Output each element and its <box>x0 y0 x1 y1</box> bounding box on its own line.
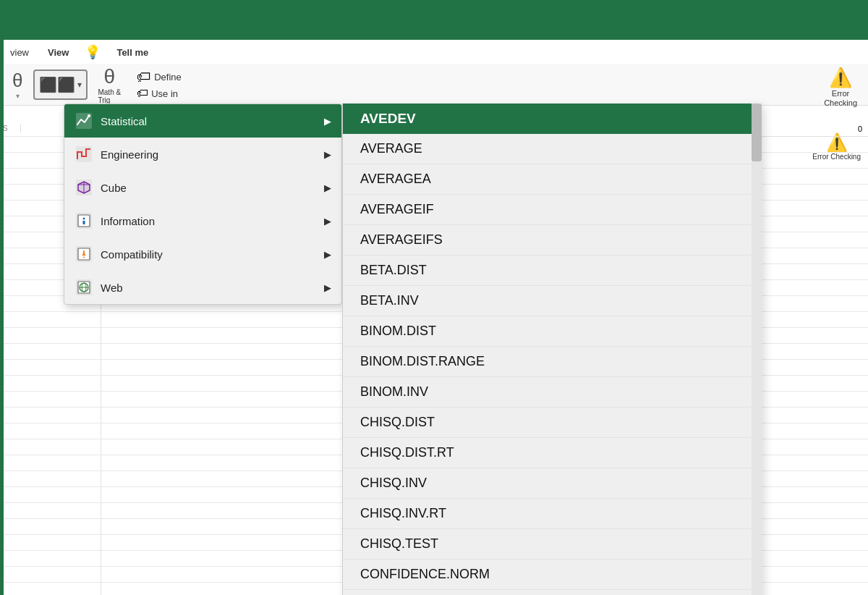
use-in-label: Use in <box>151 88 178 99</box>
function-name-chisqtest: CHISQ.TEST <box>360 536 438 552</box>
statistical-submenu-arrow: ▶ <box>324 116 331 127</box>
information-icon <box>75 211 93 230</box>
function-name-binomdist: BINOM.DIST <box>360 324 436 339</box>
svg-point-15 <box>83 257 85 258</box>
math-trig-button[interactable]: θ Math & Trig <box>93 64 125 106</box>
function-item-chisqdist[interactable]: CHISQ.DIST <box>343 408 762 438</box>
function-library-button[interactable]: ⬛⬛ ▾ <box>33 69 88 100</box>
function-item-average[interactable]: AVERAGE <box>343 134 762 164</box>
function-name-betainv: BETA.INV <box>360 293 419 308</box>
cell-value: 0 <box>858 125 862 133</box>
function-category-menu: Statistical ▶ Engineering ▶ <box>64 104 342 305</box>
dropdown-arrow-icon: ▾ <box>77 80 82 90</box>
function-item-avedev[interactable]: AVEDEV <box>343 104 762 134</box>
menu-item-cube-label: Cube <box>101 182 317 194</box>
cube-icon <box>75 178 93 197</box>
information-submenu-arrow: ▶ <box>324 216 331 227</box>
function-name-confidencenorm: CONFIDENCE.NORM <box>360 567 490 582</box>
cube-submenu-arrow: ▶ <box>324 182 331 193</box>
function-item-chisqinv[interactable]: CHISQ.INV <box>343 468 762 499</box>
statistical-icon <box>75 111 93 130</box>
function-icon: ⬛⬛ <box>39 76 75 93</box>
function-item-chisqdistrt[interactable]: CHISQ.DIST.RT <box>343 438 762 468</box>
menu-item-information-label: Information <box>101 215 317 227</box>
math-trig-icon: θ <box>104 65 116 88</box>
menu-item-statistical-label: Statistical <box>101 115 317 127</box>
function-name-binomdistrange: BINOM.DIST.RANGE <box>360 354 485 369</box>
menu-item-web-label: Web <box>101 282 317 294</box>
menubar: view View 💡 Tell me <box>0 40 868 65</box>
menu-item-web[interactable]: Web ▶ <box>64 271 341 304</box>
function-name-chisqinvrt: CHISQ.INV.RT <box>360 506 446 521</box>
menu-item-compatibility[interactable]: Compatibility ▶ <box>64 237 341 271</box>
menubar-view[interactable]: View <box>45 46 72 59</box>
function-item-binominv[interactable]: BINOM.INV <box>343 377 762 408</box>
engineering-submenu-arrow: ▶ <box>324 149 331 160</box>
menu-item-statistical[interactable]: Statistical ▶ <box>64 104 341 138</box>
define-label: Define <box>154 72 182 83</box>
function-name-chisqdist: CHISQ.DIST <box>360 415 435 430</box>
function-name-avedev: AVEDEV <box>360 111 416 127</box>
svg-rect-14 <box>83 250 85 255</box>
function-name-chisqdistrt: CHISQ.DIST.RT <box>360 445 454 460</box>
function-item-betainv[interactable]: BETA.INV <box>343 286 762 316</box>
function-item-averageifs[interactable]: AVERAGEIFS <box>343 225 762 256</box>
function-item-chisqtest[interactable]: CHISQ.TEST <box>343 529 762 560</box>
function-item-chisqinvrt[interactable]: CHISQ.INV.RT <box>343 499 762 529</box>
function-item-betadist[interactable]: BETA.DIST <box>343 256 762 286</box>
menubar-view-lower[interactable]: view <box>7 46 32 59</box>
function-name-chisqinv: CHISQ.INV <box>360 476 427 491</box>
tag-icon: 🏷 <box>137 69 151 85</box>
autosum-button[interactable]: θ ▾ <box>7 66 27 104</box>
function-name-binominv: BINOM.INV <box>360 384 428 400</box>
menu-item-compatibility-label: Compatibility <box>101 248 317 261</box>
function-name-averagea: AVERAGEA <box>360 172 431 187</box>
error-checking-panel[interactable]: ⚠️ ErrorChecking <box>824 67 857 108</box>
menu-item-engineering-label: Engineering <box>101 148 317 161</box>
web-submenu-arrow: ▶ <box>324 282 331 293</box>
ribbon-toolbar: θ ▾ ⬛⬛ ▾ θ Math & Trig 🏷 Define 🏷 Use in… <box>0 64 868 106</box>
define-button[interactable]: 🏷 Define <box>137 69 182 85</box>
web-icon <box>75 278 93 297</box>
menu-item-cube[interactable]: Cube ▶ <box>64 171 341 204</box>
function-name-average: AVERAGE <box>360 141 422 156</box>
use-in-button[interactable]: 🏷 Use in <box>137 87 182 100</box>
ribbon-top <box>0 0 868 40</box>
submenu-scrollbar[interactable] <box>752 104 762 595</box>
svg-point-9 <box>83 218 85 220</box>
scrollbar-thumb[interactable] <box>752 104 762 161</box>
function-item-averagea[interactable]: AVERAGEA <box>343 164 762 195</box>
lightbulb-icon: 💡 <box>85 44 101 60</box>
function-item-averageif[interactable]: AVERAGEIF <box>343 195 762 225</box>
left-border <box>0 0 4 595</box>
cell-value-display: 0 <box>760 121 868 137</box>
engineering-icon <box>75 145 93 164</box>
error-checking-label-panel: ErrorChecking <box>824 89 857 108</box>
menu-item-engineering[interactable]: Engineering ▶ <box>64 138 341 171</box>
function-name-averageifs: AVERAGEIFS <box>360 232 443 248</box>
error-triangle-icon: ⚠️ <box>829 67 852 89</box>
function-name-betadist: BETA.DIST <box>360 263 427 278</box>
tag2-icon: 🏷 <box>137 87 148 100</box>
function-name-averageif: AVERAGEIF <box>360 202 434 217</box>
function-item-binomdist[interactable]: BINOM.DIST <box>343 316 762 347</box>
function-item-confidencet[interactable]: CONFIDENCE.T <box>343 590 762 595</box>
compatibility-submenu-arrow: ▶ <box>324 249 331 260</box>
function-item-binomdistrange[interactable]: BINOM.DIST.RANGE <box>343 347 762 377</box>
names-group: 🏷 Define 🏷 Use in <box>137 69 182 100</box>
function-list-submenu: AVEDEV AVERAGE AVERAGEA AVERAGEIF AVERAG… <box>342 104 762 595</box>
svg-rect-10 <box>83 221 85 224</box>
menu-item-information[interactable]: Information ▶ <box>64 204 341 237</box>
function-item-confidencenorm[interactable]: CONFIDENCE.NORM <box>343 560 762 590</box>
compatibility-icon <box>75 245 93 263</box>
menubar-tell-me[interactable]: Tell me <box>114 46 151 59</box>
svg-point-1 <box>88 114 90 117</box>
math-trig-label: Math & Trig <box>98 88 121 104</box>
